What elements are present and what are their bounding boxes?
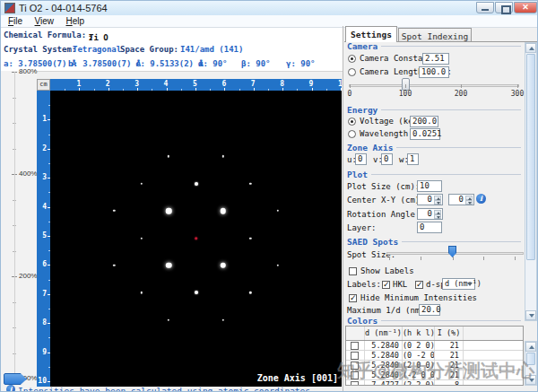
chevron-down-icon — [467, 283, 473, 286]
h-ruler-number: 1 — [76, 80, 81, 88]
camera-slider-tick-label: 300 — [511, 90, 524, 98]
maximize-button[interactable] — [495, 2, 513, 13]
center-x-spinner[interactable]: 0 — [417, 194, 443, 205]
show-labels-checkbox[interactable] — [349, 267, 357, 275]
v-ruler-number: 9 — [42, 348, 47, 356]
v-ruler-number: 2 — [42, 144, 47, 152]
app-icon — [4, 3, 15, 13]
panel-divider — [343, 26, 343, 392]
wavelength-input[interactable]: 0.0251 — [410, 128, 440, 140]
scroll-up-icon[interactable] — [525, 43, 536, 53]
w-input[interactable]: 1 — [407, 153, 419, 165]
plot-size-input[interactable]: 10 — [417, 180, 442, 192]
h-ruler-number: 6 — [221, 80, 226, 88]
colors-section-header: Colors — [347, 316, 521, 325]
lattice-param: γ: 90° — [286, 59, 316, 68]
cell-intensity: 21 — [435, 341, 464, 350]
center-xy-label: Center X-Y (cm): — [347, 196, 425, 205]
scroll-up-icon[interactable] — [525, 342, 536, 352]
spin-down-icon[interactable] — [434, 214, 441, 219]
diffraction-spot — [222, 318, 224, 320]
diffraction-spot — [249, 237, 251, 239]
spin-down-icon[interactable] — [434, 200, 441, 205]
vertical-ruler: 12345678910 — [37, 91, 50, 387]
saed-pattern-canvas[interactable]: Zone Axis [001] — [50, 91, 342, 387]
settings-scrollbar-thumb[interactable] — [526, 54, 535, 260]
lattice-param: β: 90° — [241, 59, 271, 68]
diffraction-spot — [113, 210, 115, 212]
diffraction-spot — [113, 265, 115, 266]
row-checkbox[interactable] — [351, 342, 359, 350]
sort-asc-icon: ˆ — [397, 327, 401, 339]
h-ruler-number: 5 — [193, 80, 197, 88]
camera-slider-tick-label: 200 — [455, 90, 467, 98]
voltage-radio[interactable] — [348, 118, 356, 126]
hide-min-intensities-checkbox[interactable] — [349, 294, 357, 302]
close-button[interactable]: ✕ — [514, 2, 537, 13]
dspacing-unit-dropdown[interactable]: d (nm⁻¹) — [442, 278, 475, 290]
ruler-unit-label: cm — [37, 79, 50, 91]
center-y-spinner[interactable]: 0 — [448, 194, 474, 205]
h-ruler-number: 3 — [134, 80, 139, 88]
cell-hkl: (0 2 0) — [403, 341, 435, 350]
spin-down-icon[interactable] — [465, 200, 473, 205]
energy-section-header: Energy — [347, 105, 521, 114]
diffraction-spot — [166, 263, 172, 269]
menu-file[interactable]: File — [8, 16, 22, 26]
layer-input[interactable]: 0 — [417, 222, 442, 233]
dspacing-checkbox[interactable] — [415, 281, 423, 289]
tab-spot-indexing[interactable]: Spot Indexing — [398, 28, 472, 42]
zoom-slider-track[interactable] — [14, 72, 15, 379]
diffraction-spot — [166, 208, 172, 214]
v-ruler-number: 6 — [42, 260, 47, 268]
v-input[interactable]: 0 — [381, 153, 393, 165]
diffraction-spot — [168, 318, 169, 320]
menu-bar: File View Help — [1, 15, 538, 28]
horizontal-ruler: 12345678910 — [50, 79, 342, 91]
lattice-param: a: 3.78500(7) Å — [4, 59, 76, 68]
camera-constant-radio[interactable] — [348, 55, 356, 63]
camera-length-radio[interactable] — [348, 68, 356, 76]
h-ruler-number: 2 — [106, 80, 110, 88]
max-invd-input[interactable]: 20.0 — [419, 304, 440, 316]
u-input[interactable]: 0 — [355, 153, 367, 165]
plot-size-label: Plot Size (cm): — [347, 182, 420, 191]
diffraction-spot — [140, 292, 142, 293]
v-ruler-number: 10 — [38, 377, 47, 385]
application-window: Ti O2 - 04-014-5764 ✕ File View Help Che… — [0, 0, 538, 392]
diffraction-spot — [221, 263, 227, 269]
zoom-level-label: 800% — [19, 67, 37, 75]
lattice-param: c: 9.5133(2) Å — [135, 59, 204, 68]
scroll-down-icon[interactable] — [525, 310, 536, 320]
hkl-checkbox[interactable] — [382, 281, 390, 289]
table-header-intensity: I (%) — [435, 327, 464, 340]
h-ruler-number: 8 — [280, 80, 284, 88]
info-icon[interactable]: i — [476, 194, 486, 204]
minimize-button[interactable] — [476, 2, 494, 13]
crystal-system-value: Tetragonal — [73, 45, 121, 54]
title-bar[interactable]: Ti O2 - 04-014-5764 ✕ — [1, 1, 538, 16]
v-ruler-number: 7 — [42, 290, 47, 298]
diffraction-spot — [195, 291, 198, 294]
settings-scrollbar[interactable] — [525, 42, 537, 321]
saed-spots-section-header: SAED Spots — [347, 237, 521, 246]
wavelength-radio[interactable] — [348, 130, 356, 138]
voltage-input[interactable]: 200.0 — [410, 116, 438, 127]
v-ruler-number: 3 — [42, 173, 47, 181]
status-info-icon: i — [6, 385, 15, 392]
diffraction-spot — [276, 210, 278, 212]
diffraction-spot — [221, 208, 227, 214]
tab-settings[interactable]: Settings — [345, 26, 397, 42]
watermark: 知乎@微构分析测试中心 — [337, 359, 538, 383]
camera-slider-tick-label: 0 — [348, 90, 352, 98]
hkl-label: HKL — [393, 280, 407, 289]
menu-help[interactable]: Help — [65, 16, 84, 26]
rotation-angle-spinner[interactable]: 0 — [417, 208, 443, 220]
status-text: Intensities have been calculated using a… — [18, 386, 310, 392]
camera-constant-input[interactable]: 2.51 — [422, 53, 449, 65]
table-row[interactable]: 5.2840(0 2 0)21 — [346, 341, 523, 351]
cell-d: 5.2840 — [365, 341, 403, 350]
diffraction-spot — [195, 182, 198, 186]
menu-view[interactable]: View — [35, 16, 55, 26]
zoom-level-label: 200% — [19, 272, 37, 280]
